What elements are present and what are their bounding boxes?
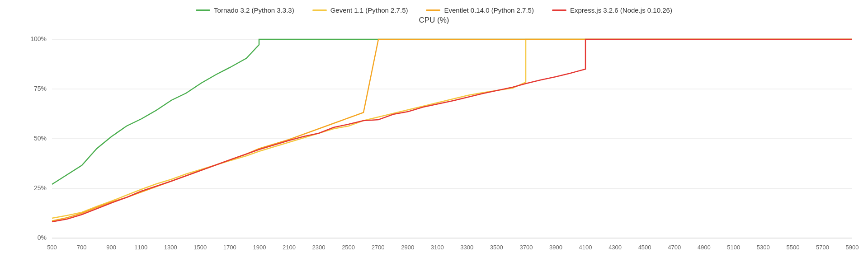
xlabel-4900: 4900 <box>698 244 711 251</box>
xlabel-2500: 2500 <box>342 244 355 251</box>
xlabel-1300: 1300 <box>164 244 177 251</box>
xlabel-5700: 5700 <box>816 244 829 251</box>
legend: Tornado 3.2 (Python 3.3.3) Gevent 1.1 (P… <box>0 0 868 16</box>
xlabel-1700: 1700 <box>223 244 236 251</box>
xlabel-3900: 3900 <box>549 244 562 251</box>
line-express <box>52 39 852 222</box>
xlabel-2700: 2700 <box>372 244 385 251</box>
xlabel-2900: 2900 <box>401 244 414 251</box>
xlabel-4300: 4300 <box>609 244 622 251</box>
xlabel-3100: 3100 <box>431 244 444 251</box>
chart-title: CPU (%) <box>0 16 868 25</box>
legend-item-eventlet: Eventlet 0.14.0 (Python 2.7.5) <box>426 6 533 14</box>
legend-label-express: Express.js 3.2.6 (Node.js 0.10.26) <box>570 6 672 14</box>
xlabel-1500: 1500 <box>193 244 207 251</box>
xlabel-500: 500 <box>47 244 57 251</box>
legend-line-gevent <box>312 9 327 11</box>
legend-label-gevent: Gevent 1.1 (Python 2.7.5) <box>330 6 408 14</box>
xlabel-700: 700 <box>77 244 87 251</box>
xlabel-5300: 5300 <box>757 244 770 251</box>
xlabel-3500: 3500 <box>490 244 503 251</box>
xlabel-5900: 5900 <box>846 244 859 251</box>
xlabel-3700: 3700 <box>519 244 533 251</box>
legend-line-eventlet <box>426 9 440 11</box>
legend-line-express <box>552 9 566 11</box>
legend-item-gevent: Gevent 1.1 (Python 2.7.5) <box>312 6 408 14</box>
xlabel-5100: 5100 <box>727 244 740 251</box>
legend-line-tornado <box>196 9 210 11</box>
xlabel-1900: 1900 <box>253 244 266 251</box>
legend-item-express: Express.js 3.2.6 (Node.js 0.10.26) <box>552 6 672 14</box>
xlabel-5500: 5500 <box>786 244 799 251</box>
main-svg: 100% 75% 50% 25% 0% 500 700 900 1100 130… <box>25 26 859 256</box>
xlabel-4100: 4100 <box>579 244 592 251</box>
ylabel-25: 25% <box>34 184 47 192</box>
ylabel-100: 100% <box>30 35 47 42</box>
ylabel-0: 0% <box>38 234 47 241</box>
ylabel-75: 75% <box>34 85 47 92</box>
line-eventlet <box>52 39 852 221</box>
xlabel-1100: 1100 <box>134 244 147 251</box>
xlabel-4500: 4500 <box>638 244 651 251</box>
xlabel-900: 900 <box>106 244 116 251</box>
xlabel-4700: 4700 <box>668 244 681 251</box>
line-gevent <box>52 39 852 218</box>
line-tornado <box>52 39 852 184</box>
chart-container: Tornado 3.2 (Python 3.3.3) Gevent 1.1 (P… <box>0 0 868 276</box>
xlabel-2100: 2100 <box>283 244 296 251</box>
legend-label-eventlet: Eventlet 0.14.0 (Python 2.7.5) <box>444 6 533 14</box>
legend-item-tornado: Tornado 3.2 (Python 3.3.3) <box>196 6 294 14</box>
xlabel-3300: 3300 <box>460 244 473 251</box>
legend-label-tornado: Tornado 3.2 (Python 3.3.3) <box>214 6 294 14</box>
xlabel-2300: 2300 <box>312 244 326 251</box>
ylabel-50: 50% <box>34 135 47 142</box>
chart-area: 100% 75% 50% 25% 0% 500 700 900 1100 130… <box>25 26 859 256</box>
